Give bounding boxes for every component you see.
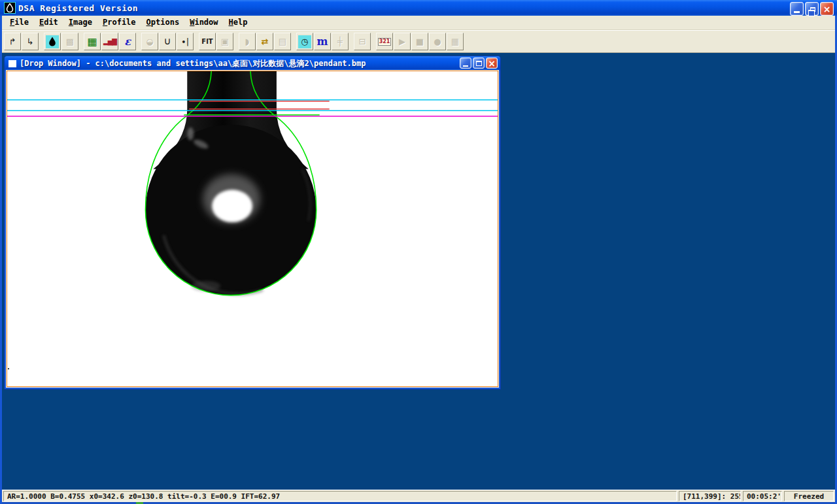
menubar: File Edit Image Profile Options Window H…	[2, 16, 835, 30]
minimize-icon	[794, 11, 800, 13]
result-table-button[interactable]: ▦	[84, 33, 101, 50]
frame-grabber-icon: ▩	[63, 35, 77, 48]
phase-detection-button: ◒	[141, 33, 158, 50]
status-timer: 00:05:2'	[743, 491, 782, 501]
baseline-icon: ∙|	[179, 35, 192, 48]
drop-image-area[interactable]	[7, 71, 498, 387]
bar-chart-icon: ▂▅▇	[103, 35, 116, 48]
pendant-drop-image	[7, 71, 498, 386]
baseline-tool-button[interactable]: ∙|	[177, 33, 194, 50]
chart-button[interactable]: ▂▅▇	[101, 33, 118, 50]
drop-window-minimize-button[interactable]	[460, 58, 471, 69]
minimize-button[interactable]	[790, 2, 804, 16]
frame-grabber-button: ▩	[61, 33, 78, 50]
menu-edit[interactable]: Edit	[34, 16, 63, 29]
drop-outline-icon: ∪	[161, 35, 174, 48]
table-icon: ▦	[86, 35, 99, 48]
record-icon: ●	[431, 35, 444, 48]
save-image-icon: ↳	[24, 35, 37, 48]
frame-table-icon: ▦	[449, 35, 462, 48]
stop-icon: ■	[413, 35, 426, 48]
save-image-button[interactable]: ↳	[22, 33, 39, 50]
stop-button: ■	[411, 33, 428, 50]
dsa-drop-icon	[46, 35, 59, 48]
minimize-icon	[463, 65, 468, 67]
sessile-drop-button: ◗	[239, 33, 256, 50]
mdi-client-area: [Drop Window] - c:\documents and setting…	[4, 54, 833, 490]
epsilon-tool-button[interactable]: ε	[119, 33, 136, 50]
phase-circle-icon: ◒	[143, 35, 156, 48]
video-counter-icon: 321	[378, 38, 392, 46]
timer-button[interactable]: ◷	[296, 33, 313, 50]
zoom-window-button: ▣	[216, 33, 233, 50]
close-icon: ×	[823, 5, 831, 14]
dosing-button: ╪	[332, 33, 349, 50]
copy-results-button: ▤	[274, 33, 291, 50]
statusbar: AR=1.0000 B=0.4755 x0=342.6 z0=130.8 til…	[2, 490, 835, 502]
video-sequence-button[interactable]: 321	[376, 33, 393, 50]
open-image-icon: ↱	[6, 35, 19, 48]
menu-file[interactable]: File	[5, 16, 34, 29]
mirror-profile-button[interactable]: ⇄	[256, 33, 273, 50]
record-button: ●	[429, 33, 446, 50]
drop-window: [Drop Window] - c:\documents and setting…	[5, 56, 500, 389]
print-button: ⊟	[354, 33, 371, 50]
dsa-main-window: DSA Registered Version × File Edit Image…	[0, 0, 837, 504]
stopwatch-icon: ◷	[298, 35, 311, 48]
app-title: DSA Registered Version	[18, 3, 138, 13]
menu-help[interactable]: Help	[224, 16, 253, 29]
menu-profile[interactable]: Profile	[97, 16, 141, 29]
magnification-icon: m	[316, 35, 329, 48]
profile-extraction-button[interactable]: ∪	[159, 33, 176, 50]
open-image-button[interactable]: ↱	[4, 33, 21, 50]
epsilon-icon: ε	[121, 35, 134, 48]
toolbar: ↱ ↳ ▩ ▦ ▂▅▇ ε ◒ ∪ ∙| FIT ▣ ◗ ⇄ ▤ ◷ m ╪ ⊟…	[2, 30, 835, 53]
menu-options[interactable]: Options	[141, 16, 185, 29]
status-pixel-readout: [711,399]: 255	[679, 491, 741, 501]
magnification-button[interactable]: m	[314, 33, 331, 50]
drop-window-close-button[interactable]: ×	[486, 58, 498, 69]
syringe-icon: ╪	[333, 35, 347, 48]
clipboard-icon: ▤	[276, 35, 289, 48]
frame-table-button: ▦	[447, 33, 464, 50]
play-icon: ▶	[396, 35, 409, 48]
app-logo-icon	[4, 2, 16, 14]
menu-image[interactable]: Image	[63, 16, 97, 29]
close-icon: ×	[488, 59, 496, 68]
main-titlebar[interactable]: DSA Registered Version ×	[0, 0, 837, 16]
maximize-icon	[476, 61, 482, 66]
mirror-icon: ⇄	[258, 35, 271, 48]
specular-highlight	[212, 190, 252, 222]
dsa-drop-analysis-button[interactable]	[44, 33, 61, 50]
status-measurements: AR=1.0000 B=0.4755 x0=342.6 z0=130.8 til…	[3, 491, 677, 501]
status-state: Freezed	[784, 491, 834, 501]
restore-button[interactable]	[805, 2, 819, 16]
fit-tool-button[interactable]: FIT	[199, 33, 216, 50]
restore-icon	[810, 7, 815, 12]
drop-window-titlebar[interactable]: [Drop Window] - c:\documents and setting…	[5, 56, 500, 71]
menu-window[interactable]: Window	[184, 16, 223, 29]
zoom-frame-icon: ▣	[218, 35, 231, 48]
printer-icon: ⊟	[356, 35, 369, 48]
drop-window-icon	[9, 60, 16, 67]
close-button[interactable]: ×	[820, 2, 834, 16]
sessile-drop-icon: ◗	[241, 35, 254, 48]
drop-window-title: [Drop Window] - c:\documents and setting…	[20, 58, 366, 69]
drop-window-maximize-button[interactable]	[473, 58, 485, 69]
fit-label: FIT	[201, 35, 214, 48]
play-button: ▶	[394, 33, 411, 50]
